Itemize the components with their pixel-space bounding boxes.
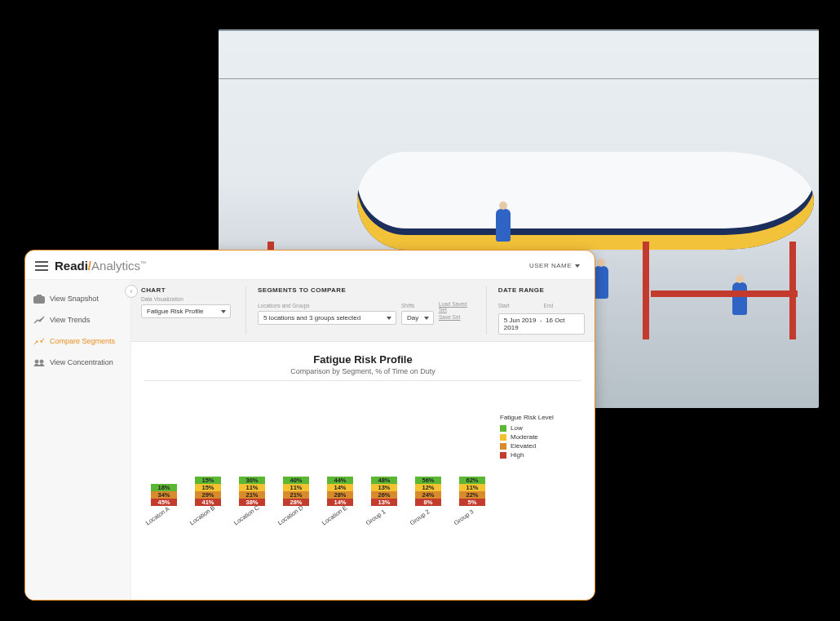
bar-location-b: 15%15%29%41%Location B	[192, 477, 224, 528]
date-start-sub: Start	[498, 303, 510, 308]
chart-control: CHART Data Visualization Fatigue Risk Pr…	[141, 286, 231, 335]
group-icon	[33, 357, 45, 367]
legend-swatch	[500, 443, 506, 450]
segment-high: 45%	[151, 499, 177, 506]
legend-title: Fatigue Risk Level	[500, 414, 581, 421]
segment-low: 62%	[459, 477, 485, 484]
sidebar-item-label: Compare Segments	[50, 337, 115, 345]
sidebar-item-label: View Trends	[50, 316, 90, 324]
segment-high: 5%	[459, 499, 485, 506]
date-range-picker[interactable]: 5 Jun 2019 - 16 Oct 2019	[498, 313, 585, 335]
brand: Readi/Analytics™	[35, 259, 146, 273]
bar-label: Group 3	[453, 508, 475, 526]
date-range-control: DATE RANGE Start End 5 Jun 2019 - 16	[486, 286, 585, 335]
legend-swatch	[500, 434, 506, 441]
date-range-title: DATE RANGE	[498, 286, 585, 294]
legend-item-low: Low	[500, 424, 581, 432]
bar-label: Location D	[276, 503, 305, 526]
chart-control-title: CHART	[141, 286, 231, 294]
bar-label: Locaton A	[144, 505, 171, 527]
bar-label: Group 1	[365, 508, 387, 526]
chart-type-select[interactable]: Fatigue Risk Profile	[141, 304, 231, 318]
chevron-down-icon	[575, 264, 580, 268]
collapse-sidebar-button[interactable]: ‹	[125, 285, 138, 298]
segment-low: 18%	[151, 484, 177, 491]
segment-elevated: 22%	[459, 491, 485, 499]
segment-high: 8%	[415, 499, 441, 506]
legend-item-high: High	[500, 451, 581, 459]
segment-high: 28%	[283, 499, 309, 506]
bar-label: Location B	[188, 504, 216, 527]
bar-label: Location E	[321, 504, 348, 527]
bar-location-d: 40%11%21%28%Location D	[280, 477, 312, 528]
svg-point-4	[40, 360, 43, 363]
segment-elevated: 29%	[195, 491, 221, 499]
segment-high: 14%	[327, 499, 353, 506]
segment-elevated: 21%	[283, 491, 309, 499]
bar-label: Location C	[232, 503, 261, 526]
locations-select[interactable]: 5 locations and 3 groups selected	[258, 311, 396, 325]
shifts-select[interactable]: Day	[401, 311, 434, 325]
sidebar-item-view-concentration[interactable]: View Concentration	[25, 352, 130, 373]
segment-moderate: 14%	[327, 484, 353, 491]
segment-moderate: 15%	[195, 484, 221, 491]
segments-control-title: SEGMENTS TO COMPARE	[258, 286, 471, 294]
svg-rect-1	[37, 295, 42, 297]
bar-group-1: 48%13%26%13%Group 1	[368, 477, 400, 528]
segment-elevated: 28%	[327, 491, 353, 499]
menu-icon[interactable]	[35, 261, 48, 271]
bar-group-2: 56%12%24%8%Group 2	[412, 477, 444, 528]
legend-swatch	[500, 425, 506, 432]
chart-control-sub: Data Visualization	[141, 296, 231, 302]
segment-low: 40%	[283, 477, 309, 484]
controls-bar: CHART Data Visualization Fatigue Risk Pr…	[131, 280, 595, 342]
locations-sub: Locations and Groups	[258, 303, 310, 308]
bar-location-c: 30%11%21%38%Location C	[236, 477, 268, 528]
bar-locaton-a: 18%34%45%Locaton A	[148, 484, 180, 528]
user-label: USER NAME	[529, 262, 572, 269]
bar-group-3: 62%11%22%5%Group 3	[456, 477, 489, 528]
legend: Fatigue Risk Level LowModerateElevatedHi…	[500, 389, 581, 528]
stacked-bar-chart: 18%34%45%Locaton A15%15%29%41%Location B…	[144, 389, 492, 528]
segment-high: 41%	[195, 499, 221, 506]
segment-low: 48%	[371, 477, 397, 484]
bar-label: Group 2	[409, 508, 431, 526]
legend-swatch	[500, 452, 506, 459]
segment-moderate: 11%	[239, 484, 265, 491]
panel-header: Readi/Analytics™ USER NAME	[25, 251, 595, 280]
segment-low: 44%	[327, 477, 353, 484]
svg-point-2	[38, 298, 41, 301]
chart-subtitle: Comparison by Segment, % of Time on Duty	[144, 367, 581, 381]
save-set-link[interactable]: Save Set	[439, 314, 471, 320]
sidebar-item-label: View Snapshot	[50, 295, 99, 303]
chart-zone: Fatigue Risk Profile Comparison by Segme…	[131, 342, 595, 600]
bar-location-e: 44%14%28%14%Location E	[324, 477, 356, 528]
compare-icon	[33, 336, 45, 346]
sidebar-item-compare-segments[interactable]: Compare Segments	[25, 330, 130, 352]
legend-item-moderate: Moderate	[500, 433, 581, 441]
segment-elevated: 34%	[151, 491, 177, 499]
trends-icon	[33, 315, 45, 325]
sidebar: ‹ View SnapshotView TrendsCompare Segmen…	[25, 280, 131, 600]
dashboard-panel: Readi/Analytics™ USER NAME ‹ View Snapsh…	[24, 250, 595, 601]
sidebar-item-view-trends[interactable]: View Trends	[25, 309, 130, 330]
segments-control: SEGMENTS TO COMPARE Locations and Groups…	[245, 286, 471, 335]
segment-moderate: 13%	[371, 484, 397, 491]
chart-title: Fatigue Risk Profile	[144, 353, 581, 366]
segment-elevated: 26%	[371, 491, 397, 499]
segment-high: 13%	[371, 499, 397, 506]
brand-text: Readi/Analytics™	[55, 259, 146, 273]
segment-moderate: 12%	[415, 484, 441, 491]
segment-low: 56%	[415, 477, 441, 484]
segment-moderate: 11%	[283, 484, 309, 491]
camera-icon	[33, 294, 45, 304]
main: CHART Data Visualization Fatigue Risk Pr…	[131, 280, 595, 600]
shifts-sub: Shifts	[401, 303, 414, 308]
sidebar-item-label: View Concentration	[50, 358, 113, 366]
segment-elevated: 21%	[239, 491, 265, 499]
load-set-link[interactable]: Load Saved Set	[439, 301, 471, 313]
date-end-sub: End	[544, 303, 554, 308]
segment-elevated: 24%	[415, 491, 441, 499]
user-menu[interactable]: USER NAME	[529, 262, 580, 269]
sidebar-item-view-snapshot[interactable]: View Snapshot	[25, 288, 130, 309]
